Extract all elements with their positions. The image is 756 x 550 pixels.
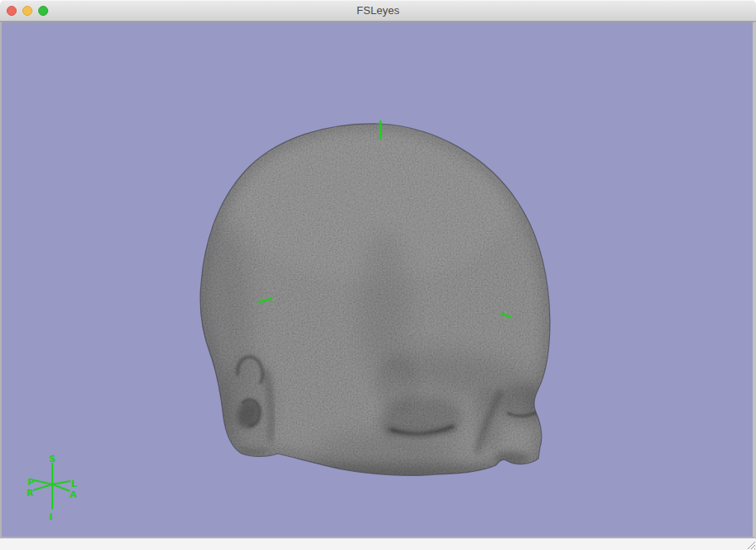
- resize-grip[interactable]: [745, 539, 755, 549]
- head-surface-mesh: [2, 22, 753, 537]
- axis-label-right: R: [27, 488, 34, 498]
- 3d-view-canvas[interactable]: S I P R L A: [0, 22, 756, 538]
- title-bar[interactable]: FSLeyes: [0, 0, 756, 22]
- 3d-scene[interactable]: S I P R L A: [2, 22, 753, 537]
- orientation-axes-indicator: S I P R L A: [27, 454, 77, 523]
- axis-label-left: L: [71, 479, 76, 489]
- ear: [221, 354, 277, 457]
- fsleyes-window: FSLeyes: [0, 0, 756, 550]
- window-title: FSLeyes: [0, 0, 756, 22]
- axis-label-inferior: I: [49, 512, 52, 523]
- status-bar: [0, 538, 756, 550]
- axis-label-anterior: A: [70, 489, 77, 500]
- axis-label-superior: S: [49, 454, 56, 464]
- axis-label-posterior: P: [27, 477, 34, 488]
